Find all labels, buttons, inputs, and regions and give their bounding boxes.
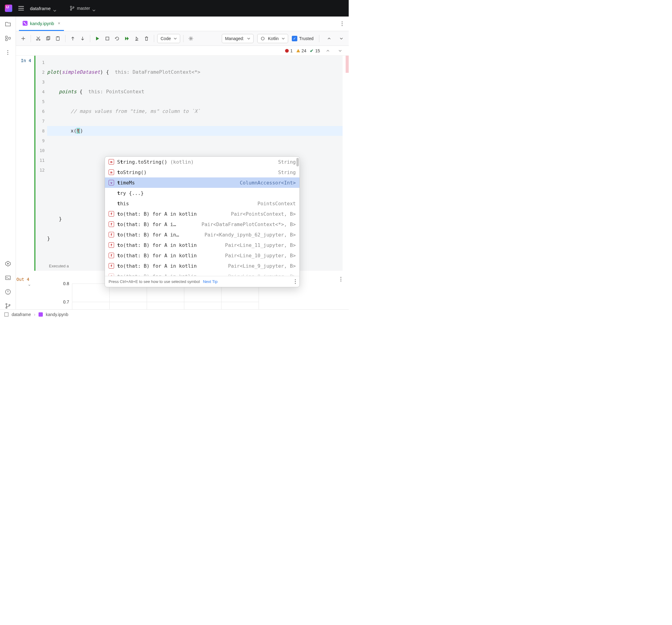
- scrollbar-thumb[interactable]: [296, 158, 299, 166]
- completion-item[interactable]: try {...}: [105, 188, 299, 198]
- completion-text: to(that: B) for A in kotlin: [117, 253, 218, 259]
- main-menu-icon[interactable]: [18, 6, 24, 10]
- clear-outputs-button[interactable]: [133, 34, 141, 43]
- weak-warnings-indicator[interactable]: ✔15: [310, 48, 320, 53]
- svg-marker-19: [96, 37, 99, 40]
- svg-rect-8: [5, 276, 10, 280]
- completion-text: to(that: B) for A in kotlin: [117, 273, 221, 276]
- error-icon: [285, 49, 289, 53]
- add-cell-button[interactable]: [19, 34, 27, 43]
- completion-text: to(that: B) for A in…: [117, 232, 198, 238]
- run-all-button[interactable]: [123, 34, 131, 43]
- svg-rect-3: [5, 36, 7, 38]
- close-tab-icon[interactable]: ×: [58, 21, 60, 26]
- weak-warning-icon: ✔: [310, 48, 313, 53]
- vcs-tool-icon[interactable]: [5, 303, 11, 309]
- completion-item[interactable]: fto(that: B) for A in kotlinPair<PointsC…: [105, 209, 299, 219]
- kernel-name: Kotlin: [268, 36, 279, 41]
- module-icon: [4, 312, 8, 317]
- completion-item[interactable]: fto(that: B) for A in…Pair<Kandy_ipynb_6…: [105, 230, 299, 240]
- cut-button[interactable]: [34, 34, 43, 43]
- completion-type: Pair<Kandy_ipynb_62_jupyter, B>: [201, 232, 296, 238]
- kernel-select[interactable]: Kotlin: [257, 34, 288, 43]
- blank-icon: [109, 201, 114, 206]
- function-icon: f: [109, 211, 114, 217]
- notebook-file-icon: [39, 312, 43, 317]
- tab-kandy-ipynb[interactable]: kandy.ipynb ×: [19, 17, 64, 31]
- expand-down-button[interactable]: [337, 34, 346, 43]
- completion-settings-icon[interactable]: [295, 279, 296, 284]
- svg-point-23: [190, 38, 192, 39]
- completion-item[interactable]: fto(that: B) for A in kotlinPair<Line_9_…: [105, 261, 299, 271]
- next-tip-link[interactable]: Next Tip: [203, 279, 217, 284]
- inspect-down-button[interactable]: [336, 47, 344, 55]
- settings-button[interactable]: [187, 34, 195, 43]
- completion-text: String.toString() (kotlin): [117, 159, 271, 165]
- out-collapse-chevron[interactable]: ⌄: [26, 282, 31, 287]
- copy-button[interactable]: [44, 34, 52, 43]
- breadcrumb-root[interactable]: dataframe: [11, 312, 31, 317]
- completion-item[interactable]: fto(that: B) for A in kotlinPair<Line_11…: [105, 240, 299, 250]
- move-up-button[interactable]: [69, 34, 77, 43]
- tab-more-actions[interactable]: [339, 17, 346, 31]
- completion-item[interactable]: vtimeMsColumnAccessor<Int>: [105, 177, 299, 188]
- move-down-button[interactable]: [78, 34, 87, 43]
- completion-item[interactable]: mString.toString() (kotlin)String: [105, 157, 299, 167]
- svg-point-0: [70, 6, 72, 7]
- completion-type: Pair<DataFramePlotContext<*>, B>: [198, 221, 296, 227]
- cell-in-label: In 4: [21, 58, 31, 63]
- warnings-indicator[interactable]: 24: [296, 48, 307, 53]
- completion-item[interactable]: fto(that: B) for A in kotlinPair<Line_8_…: [105, 271, 299, 276]
- chevron-down-icon: [282, 38, 285, 40]
- code-completion-popup[interactable]: mString.toString() (kotlin)StringmtoStri…: [104, 156, 300, 287]
- paste-button[interactable]: [53, 34, 62, 43]
- errors-indicator[interactable]: 1: [285, 48, 293, 53]
- completion-text: timeMs: [117, 180, 233, 186]
- expand-up-button[interactable]: [325, 34, 333, 43]
- svg-marker-22: [127, 37, 129, 40]
- function-icon: f: [109, 232, 114, 237]
- completion-item[interactable]: thisPointsContext: [105, 198, 299, 209]
- services-tool-icon[interactable]: [5, 260, 11, 267]
- function-icon: f: [109, 242, 114, 248]
- line-numbers: 123 456 789 101112: [35, 56, 47, 263]
- svg-point-13: [37, 39, 38, 40]
- completion-type: String: [274, 159, 296, 165]
- svg-point-10: [6, 304, 7, 305]
- completion-text: to(that: B) for A in kotlin: [117, 263, 221, 269]
- chevron-down-icon: [53, 7, 56, 9]
- breadcrumb[interactable]: dataframe › kandy.ipynb: [0, 309, 349, 319]
- svg-point-24: [261, 37, 264, 40]
- more-tools-icon[interactable]: [5, 49, 11, 56]
- project-tool-icon[interactable]: [5, 21, 11, 27]
- blank-icon: [109, 190, 114, 196]
- completion-item[interactable]: fto(that: B) for A in kotlinPair<Line_10…: [105, 250, 299, 261]
- output-more-actions[interactable]: [340, 277, 341, 282]
- terminal-tool-icon[interactable]: [5, 274, 11, 281]
- function-icon: f: [109, 263, 114, 269]
- completion-item[interactable]: mtoString()String: [105, 167, 299, 177]
- svg-rect-5: [8, 37, 10, 39]
- project-dropdown[interactable]: dataframe: [30, 6, 56, 11]
- structure-tool-icon[interactable]: [5, 35, 11, 42]
- delete-cell-button[interactable]: [142, 34, 151, 43]
- completion-item[interactable]: fto(that: B) for A i…Pair<DataFramePlotC…: [105, 219, 299, 230]
- restart-button[interactable]: [113, 34, 121, 43]
- cell-type-select[interactable]: Code: [157, 34, 180, 43]
- variable-icon: v: [109, 180, 114, 185]
- completion-type: PointsContext: [254, 201, 296, 207]
- trusted-toggle[interactable]: ✓ Trusted: [292, 36, 313, 41]
- completion-type: Pair<Line_10_jupyter, B>: [221, 253, 296, 259]
- problems-tool-icon[interactable]: [5, 288, 11, 295]
- breadcrumb-file[interactable]: kandy.ipynb: [46, 312, 69, 317]
- vcs-branch-dropdown[interactable]: master: [70, 6, 96, 11]
- run-cell-button[interactable]: [93, 34, 102, 43]
- completion-type: Pair<PointsContext, B>: [227, 211, 296, 217]
- error-stripe[interactable]: [346, 56, 349, 73]
- inspect-up-button[interactable]: [323, 47, 332, 55]
- managed-select[interactable]: Managed:: [222, 34, 254, 43]
- chevron-down-icon: [174, 38, 177, 40]
- stop-button[interactable]: [103, 34, 112, 43]
- svg-text:0.7: 0.7: [63, 299, 69, 305]
- method-icon: m: [109, 159, 114, 165]
